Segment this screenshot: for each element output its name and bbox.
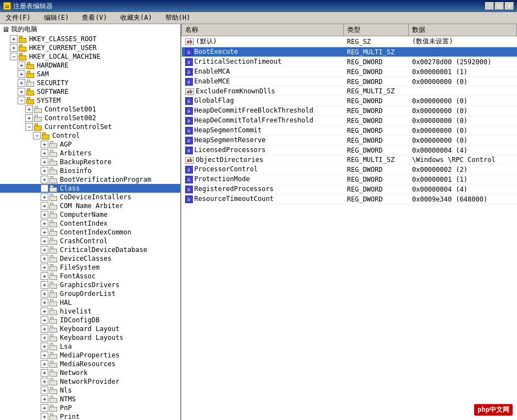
tree-item-agp[interactable]: + AGP bbox=[0, 140, 180, 149]
tree-item-com-name-arbiter[interactable]: + COM Name Arbiter bbox=[0, 201, 180, 210]
tree-item-crashcontrol[interactable]: + CrashControl bbox=[0, 237, 180, 245]
expander-icon[interactable]: + bbox=[41, 220, 48, 227]
table-row[interactable]: aResourceTimeoutCount REG_DWORD 0x0009e3… bbox=[182, 194, 517, 204]
tree-item-pnp[interactable]: + PnP bbox=[0, 404, 180, 412]
expander-icon[interactable]: + bbox=[41, 255, 48, 262]
expander-icon[interactable]: + bbox=[41, 281, 48, 289]
tree-item-graphicsdrivers[interactable]: + GraphicsDrivers bbox=[0, 281, 180, 289]
table-row[interactable]: aHeapSegmentCommit REG_DWORD 0x00000000 … bbox=[182, 126, 517, 136]
expander-icon[interactable]: + bbox=[41, 149, 48, 157]
tree-item-contentindexcommon[interactable]: + ContentIndexCommon bbox=[0, 228, 180, 237]
expander-icon[interactable]: − bbox=[18, 97, 25, 104]
expander-icon[interactable]: + bbox=[41, 158, 48, 166]
menu-edit[interactable]: 编辑(E) bbox=[41, 12, 73, 24]
expander-icon[interactable]: + bbox=[41, 176, 48, 183]
tree-item-contentindex[interactable]: + ContentIndex bbox=[0, 219, 180, 228]
tree-item-keyboard-layouts[interactable]: + Keyboard Layouts bbox=[0, 333, 180, 342]
table-row[interactable]: aProcessorControl REG_DWORD 0x00000002 (… bbox=[182, 165, 517, 175]
tree-item-backuprestore[interactable]: + BackupRestore bbox=[0, 158, 180, 166]
menu-file[interactable]: 文件(F) bbox=[2, 12, 34, 24]
tree-item-software[interactable]: + SOFTWARE bbox=[0, 87, 180, 96]
tree-item-hivelist[interactable]: + hivelist bbox=[0, 307, 180, 316]
expander-icon[interactable]: − bbox=[25, 123, 33, 131]
tree-item-filesystem[interactable]: + FileSystem bbox=[0, 263, 180, 272]
tree-item-networkprovider[interactable]: + NetworkProvider bbox=[0, 377, 180, 386]
expander-icon[interactable]: + bbox=[18, 61, 25, 69]
tree-item-hkey-local-machine[interactable]: − HKEY_LOCAL_MACHINE bbox=[0, 52, 180, 61]
close-button[interactable]: × bbox=[505, 2, 514, 10]
table-row[interactable]: ab(默认) REG_SZ (数值未设置) bbox=[182, 36, 517, 47]
table-row[interactable]: aHeapSegmentReserve REG_DWORD 0x00000000… bbox=[182, 136, 517, 145]
table-row[interactable]: aHeapDeCommitTotalFreeThreshold REG_DWOR… bbox=[182, 116, 517, 126]
tree-item-my-computer[interactable]: 🖥我的电脑 bbox=[0, 24, 180, 35]
tree-item-sam[interactable]: + SAM bbox=[0, 70, 180, 79]
tree-item-hardware[interactable]: + HARDWARE bbox=[0, 61, 180, 70]
tree-item-currentcontrolset[interactable]: − CurrentControlSet bbox=[0, 122, 180, 131]
expander-icon[interactable]: + bbox=[25, 114, 33, 122]
expander-icon[interactable]: + bbox=[41, 316, 48, 324]
tree-item-ntms[interactable]: + NTMS bbox=[0, 395, 180, 404]
table-row[interactable]: abObjectDirectories REG_MULTI_SZ \Window… bbox=[182, 155, 517, 165]
expander-icon[interactable]: + bbox=[41, 246, 48, 254]
expander-icon[interactable]: + bbox=[41, 369, 48, 377]
tree-item-class[interactable]: + Class bbox=[0, 184, 180, 193]
tree-item-bootverificationprogram[interactable]: + BootVerificationProgram bbox=[0, 175, 180, 184]
expander-icon[interactable]: + bbox=[10, 35, 18, 43]
expander-icon[interactable]: + bbox=[41, 325, 48, 333]
tree-item-hkey-current-user[interactable]: + HKEY_CURRENT_USER bbox=[0, 43, 180, 52]
expander-icon[interactable]: + bbox=[41, 141, 48, 148]
tree-item-print[interactable]: + Print bbox=[0, 412, 180, 420]
expander-icon[interactable]: + bbox=[41, 404, 48, 412]
expander-icon[interactable]: + bbox=[41, 211, 48, 219]
menu-favorites[interactable]: 收藏夹(A) bbox=[117, 12, 155, 24]
expander-icon[interactable]: − bbox=[33, 132, 41, 139]
tree-item-security[interactable]: + SECURITY bbox=[0, 79, 180, 87]
expander-icon[interactable]: + bbox=[41, 307, 48, 315]
table-row[interactable]: aEnableMCA REG_DWORD 0x00000001 (1) bbox=[182, 67, 517, 77]
tree-item-network[interactable]: + Network bbox=[0, 368, 180, 377]
expander-icon[interactable]: + bbox=[41, 167, 48, 175]
expander-icon[interactable]: + bbox=[41, 387, 48, 394]
tree-item-lsa[interactable]: + Lsa bbox=[0, 342, 180, 351]
tree-item-criticaldevicedatabase[interactable]: + CriticalDeviceDatabase bbox=[0, 245, 180, 254]
expander-icon[interactable]: + bbox=[41, 264, 48, 271]
expander-icon[interactable]: + bbox=[25, 105, 33, 113]
table-row[interactable]: aLicensedProcessors REG_DWORD 0x00000004… bbox=[182, 145, 517, 155]
expander-icon[interactable]: + bbox=[18, 70, 25, 78]
maximize-button[interactable]: □ bbox=[495, 2, 504, 10]
table-row[interactable]: aBootExecute REG_MULTI_SZ bbox=[182, 47, 517, 57]
expander-icon[interactable]: + bbox=[41, 272, 48, 280]
expander-icon[interactable]: + bbox=[41, 202, 48, 210]
expander-icon[interactable]: + bbox=[41, 413, 48, 420]
table-row[interactable]: aEnableMCE REG_DWORD 0x00000000 (0) bbox=[182, 77, 517, 87]
table-row[interactable]: aProtectionMode REG_DWORD 0x00000001 (1) bbox=[182, 175, 517, 184]
tree-item-keyboard-layout[interactable]: + Keyboard Layout bbox=[0, 324, 180, 333]
table-row[interactable]: aGlobalFlag REG_DWORD 0x00000000 (0) bbox=[182, 96, 517, 106]
expander-icon[interactable]: + bbox=[41, 184, 48, 192]
expander-icon[interactable]: + bbox=[41, 193, 48, 201]
tree-item-hkey-classes-root[interactable]: + HKEY_CLASSES_ROOT bbox=[0, 35, 180, 43]
tree-item-biosinfo[interactable]: + Biosinfo bbox=[0, 166, 180, 175]
menu-view[interactable]: 查看(V) bbox=[79, 12, 110, 24]
tree-item-nls[interactable]: + Nls bbox=[0, 386, 180, 395]
tree-item-controlset001[interactable]: + ControlSet001 bbox=[0, 105, 180, 114]
tree-item-hal[interactable]: + HAL bbox=[0, 298, 180, 307]
tree-item-computername[interactable]: + ComputerName bbox=[0, 210, 180, 219]
tree-item-arbiters[interactable]: + Arbiters bbox=[0, 149, 180, 158]
tree-item-system[interactable]: − SYSTEM bbox=[0, 96, 180, 105]
tree-item-fontassoc[interactable]: + FontAssoc bbox=[0, 272, 180, 281]
expander-icon[interactable]: + bbox=[41, 395, 48, 403]
expander-icon[interactable]: + bbox=[18, 88, 25, 96]
expander-icon[interactable]: + bbox=[41, 360, 48, 368]
expander-icon[interactable]: + bbox=[41, 343, 48, 350]
expander-icon[interactable]: + bbox=[41, 351, 48, 359]
expander-icon[interactable]: + bbox=[10, 44, 18, 52]
expander-icon[interactable]: + bbox=[41, 290, 48, 298]
minimize-button[interactable]: _ bbox=[485, 2, 494, 10]
expander-icon[interactable]: + bbox=[41, 237, 48, 245]
expander-icon[interactable]: + bbox=[41, 378, 48, 385]
expander-icon[interactable]: − bbox=[10, 53, 18, 60]
expander-icon[interactable]: + bbox=[41, 228, 48, 236]
tree-item-idconfigdb[interactable]: + IDConfigDB bbox=[0, 316, 180, 324]
tree-item-grouporderlist[interactable]: + GroupOrderList bbox=[0, 289, 180, 298]
